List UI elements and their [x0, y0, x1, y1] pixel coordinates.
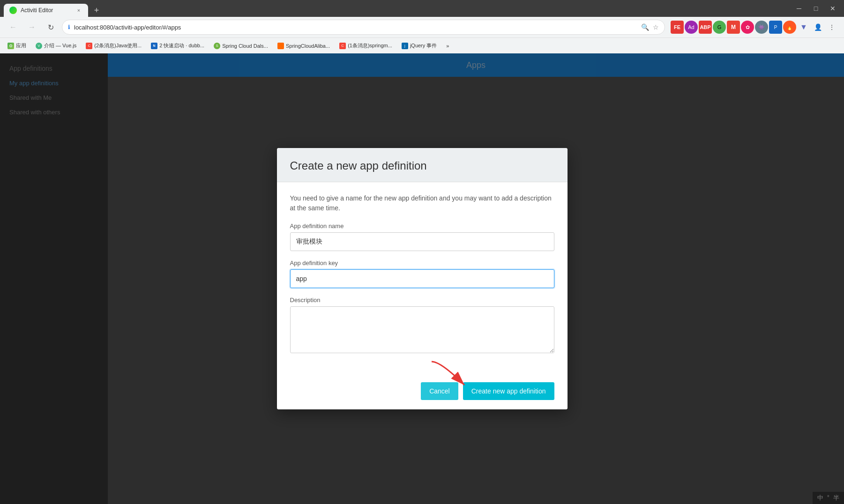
modal-footer: Cancel Create new app definition	[277, 375, 568, 409]
bookmark-spring[interactable]: S Spring Cloud Dals...	[210, 40, 272, 52]
modal-header: Create a new app definition	[277, 148, 568, 182]
app-name-group: App definition name	[290, 222, 554, 251]
bookmark-java[interactable]: C (2条消息)Java使用...	[82, 40, 145, 52]
bookmark-vuejs-label: 介绍 — Vue.js	[44, 42, 76, 49]
title-bar: Activiti Editor × + ─ □ ✕	[0, 0, 844, 17]
address-search-icon[interactable]: 🔍	[641, 23, 649, 31]
ext-user-icon[interactable]: 👤	[811, 21, 824, 34]
ext-fe-icon[interactable]: FE	[671, 21, 684, 34]
tab-title: Activiti Editor	[21, 7, 71, 14]
new-tab-button[interactable]: +	[90, 4, 103, 17]
cancel-button[interactable]: Cancel	[421, 382, 458, 400]
bookmark-alibaba-label: SpringCloudAliba...	[286, 43, 330, 49]
close-button[interactable]: ✕	[825, 3, 840, 14]
create-app-modal: Create a new app definition You need to …	[277, 148, 568, 409]
page-content: App definitions My app definitions Share…	[0, 53, 844, 504]
ext-triangle-icon[interactable]: ▼	[797, 21, 810, 34]
navigation-bar: ← → ↻ ℹ localhost:8080/activiti-app/edit…	[0, 17, 844, 37]
address-bar[interactable]: ℹ localhost:8080/activiti-app/editor/#/a…	[62, 20, 665, 35]
bookmark-vuejs[interactable]: V 介绍 — Vue.js	[32, 40, 80, 52]
modal-title: Create a new app definition	[290, 159, 554, 172]
app-key-label: App definition key	[290, 259, 554, 267]
app-name-input[interactable]	[290, 232, 554, 251]
app-description-label: Description	[290, 296, 554, 304]
tab-area: Activiti Editor × +	[4, 0, 103, 17]
ext-ad-icon[interactable]: Ad	[685, 21, 698, 34]
ext-alien-icon[interactable]: 👾	[755, 21, 768, 34]
more-bookmarks-button[interactable]: »	[442, 40, 453, 52]
ext-more-icon[interactable]: ⋮	[825, 21, 838, 34]
bookmark-alibaba[interactable]: SpringCloudAliba...	[274, 40, 334, 52]
forward-button[interactable]: →	[24, 20, 39, 35]
app-description-group: Description	[290, 296, 554, 355]
app-name-label: App definition name	[290, 222, 554, 230]
tab-favicon	[9, 7, 17, 14]
bookmark-apps[interactable]: ⚙ 应用	[4, 40, 30, 52]
url-text: localhost:8080/activiti-app/editor/#/app…	[74, 24, 637, 31]
ext-orange-icon[interactable]: 🔥	[783, 21, 796, 34]
minimize-button[interactable]: ─	[792, 3, 807, 14]
ext-abp-icon[interactable]: ABP	[699, 21, 712, 34]
maximize-button[interactable]: □	[808, 3, 823, 14]
ext-red-icon[interactable]: ✿	[741, 21, 754, 34]
create-app-button[interactable]: Create new app definition	[463, 382, 554, 400]
security-icon: ℹ	[68, 24, 70, 30]
modal-body: You need to give a name for the new app …	[277, 182, 568, 375]
app-key-group: App definition key	[290, 259, 554, 288]
ext-m-icon[interactable]: M	[727, 21, 740, 34]
browser-extension-icons: FE Ad ABP G M ✿ 👾 P 🔥 ▼ 👤 ⋮	[671, 21, 838, 34]
modal-description: You need to give a name for the new app …	[290, 193, 554, 213]
ext-green-icon[interactable]: G	[713, 21, 726, 34]
bookmark-star-icon[interactable]: ☆	[653, 23, 659, 31]
bookmark-dubbo-label: 2 快速启动 · dubb...	[159, 42, 204, 49]
bookmark-dubbo[interactable]: N 2 快速启动 · dubb...	[147, 40, 208, 52]
ext-blue-icon[interactable]: P	[769, 21, 782, 34]
refresh-button[interactable]: ↻	[43, 20, 58, 35]
bookmarks-bar: ⚙ 应用 V 介绍 — Vue.js C (2条消息)Java使用... N 2…	[0, 37, 844, 53]
bookmark-spring-label: Spring Cloud Dals...	[222, 43, 268, 49]
browser-frame: Activiti Editor × + ─ □ ✕ ← → ↻ ℹ localh…	[0, 0, 844, 504]
bookmark-springmvc[interactable]: C (1条消息)springm...	[336, 40, 396, 52]
bookmark-apps-label: 应用	[16, 42, 26, 49]
bookmark-springmvc-label: (1条消息)springm...	[348, 42, 392, 49]
window-controls: ─ □ ✕	[792, 3, 840, 14]
app-key-input[interactable]	[290, 269, 554, 288]
active-tab[interactable]: Activiti Editor ×	[4, 4, 88, 17]
bookmark-jquery[interactable]: j jQuery 事件	[398, 40, 441, 52]
bookmark-java-label: (2条消息)Java使用...	[94, 42, 142, 49]
tab-close-button[interactable]: ×	[75, 7, 82, 14]
bookmark-jquery-label: jQuery 事件	[410, 42, 437, 49]
modal-overlay: Create a new app definition You need to …	[0, 53, 844, 504]
app-description-input[interactable]	[290, 306, 554, 353]
back-button[interactable]: ←	[6, 20, 21, 35]
